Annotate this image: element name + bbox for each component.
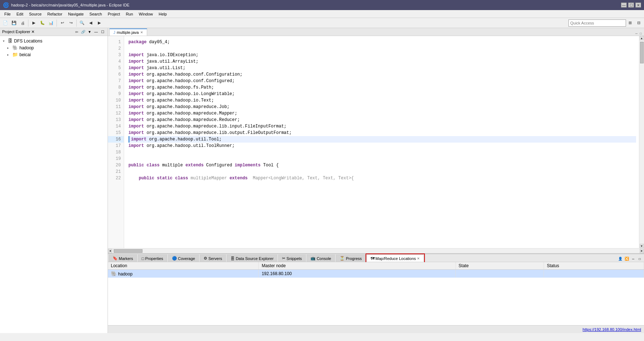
editor-tab-controls: — ☐ [633,31,644,36]
line-num-13: 13 [108,117,124,123]
profile-button[interactable]: 📊 [47,19,55,27]
toolbar: 📄 💾 🖨 ▶ 🐛 📊 ↩ ↪ 🔍 ◀ ▶ ⊞ ⊟ [0,18,644,28]
snippets-icon: ✂ [282,256,285,261]
tab-console[interactable]: 📺 Console [307,255,335,262]
horizontal-scrollbar[interactable]: ◀ ▶ [108,248,644,253]
tab-coverage[interactable]: 🔵 Coverage [168,255,199,262]
code-line-19 [128,156,636,162]
menu-run[interactable]: Run [123,11,136,17]
cell-state [455,270,544,278]
debug-button[interactable]: 🐛 [38,19,46,27]
table-row[interactable]: 🐘 hadoop 192.168.80.100 [108,270,644,278]
tab-snippets[interactable]: ✂ Snippets [278,255,306,262]
tree-item-beicai-label: beicai [19,52,31,57]
code-line-5: import java.util.List; [128,65,636,71]
panel-menu-button[interactable]: ▼ [87,29,92,35]
scrollbar-thumb[interactable] [640,42,644,63]
forward-button[interactable]: ▶ [95,19,103,27]
code-line-22: public static class multipleMapper exten… [128,175,636,181]
minimize-button[interactable]: — [621,3,627,8]
progress-label: Progress [346,256,362,261]
search-button[interactable]: 🔍 [78,19,86,27]
panel-minimize-button[interactable]: — [93,29,99,35]
panel-maximize-button[interactable]: ☐ [100,29,105,35]
quick-access-input[interactable] [568,19,626,27]
editor-tab-close[interactable]: ✕ [140,31,143,34]
code-content[interactable]: package day05_4; import java.io.IOExcept… [124,36,639,248]
maximize-button[interactable]: ☐ [628,3,634,8]
menu-search[interactable]: Search [87,11,105,17]
hscroll-right-button[interactable]: ▶ [640,249,644,253]
code-line-17: import org.apache.hadoop.util.ToolRunner… [128,143,636,149]
link-editor-button[interactable]: 🔗 [80,29,86,35]
line-num-17: 17 [108,143,124,149]
tab-ctrl-maximize[interactable]: ☐ [639,31,643,36]
scroll-up-button[interactable]: ▲ [640,36,644,40]
collapse-all-button[interactable]: ⇦ [74,29,80,35]
bottom-new-button[interactable]: 👤 [617,256,623,262]
data-source-label: Data Source Explorer [236,256,273,261]
tree-item-dfs-locations[interactable]: ▾ 🗄 DFS Locations [0,37,108,44]
views-button[interactable]: ⊟ [635,19,643,27]
hscrollbar-thumb[interactable] [114,249,142,253]
status-bar: https://192.168.80.100/index.html [108,325,644,333]
coverage-icon: 🔵 [172,256,177,261]
menu-refactor[interactable]: Refactor [45,11,65,17]
redo-button[interactable]: ↪ [67,19,75,27]
servers-icon: ⚙ [204,256,207,261]
undo-button[interactable]: ↩ [58,19,66,27]
tab-servers[interactable]: ⚙ Servers [200,255,226,262]
map-reduce-table: Location Master node State Status 🐘 hado… [108,262,644,278]
toolbar-separator-3 [76,19,77,27]
bottom-minimize-button[interactable]: — [630,256,636,262]
perspectives-button[interactable]: ⊞ [626,19,634,27]
bottom-panel: 🔖 Markers □ Properties 🔵 Coverage ⚙ Serv… [108,253,644,325]
code-editor[interactable]: 1 2 3 4 5 6 7 8 9 10 11 12 13 14 15 16 1… [108,36,644,248]
tree-item-hadoop[interactable]: ▸ 🐘 hadoop [0,44,108,51]
editor-area: J multiple.java ✕ — ☐ 1 2 3 4 5 6 7 8 9 [108,28,644,333]
scroll-down-button[interactable]: ▼ [640,244,644,248]
tree-item-hadoop-label: hadoop [19,45,34,50]
console-icon: 📺 [310,256,316,261]
tab-markers[interactable]: 🔖 Markers [109,255,137,262]
menu-edit[interactable]: Edit [14,11,26,17]
code-line-3: import java.io.IOException; [128,52,636,58]
editor-tab-multiple-java[interactable]: J multiple.java ✕ [109,28,147,36]
tab-progress[interactable]: ⏳ Progress [336,255,366,262]
code-line-21 [128,169,636,175]
col-state: State [455,262,544,270]
tab-properties[interactable]: □ Properties [138,255,167,262]
hscroll-left-button[interactable]: ◀ [108,249,112,253]
editor-scrollbar[interactable]: ▲ ▼ [639,36,644,248]
save-button[interactable]: 💾 [10,19,18,27]
line-num-10: 10 [108,97,124,104]
menu-navigate[interactable]: Navigate [65,11,86,17]
menu-help[interactable]: Help [156,11,170,17]
tab-map-reduce-locations[interactable]: 🗺 Map/Reduce Locations ✕ [367,255,424,262]
menu-window[interactable]: Window [136,11,156,17]
close-button[interactable]: ✕ [635,3,641,8]
new-button[interactable]: 📄 [1,19,9,27]
menu-project[interactable]: Project [105,11,123,17]
run-button[interactable]: ▶ [30,19,38,27]
back-button[interactable]: ◀ [87,19,95,27]
line-num-7: 7 [108,78,124,84]
bottom-share-button[interactable]: 🔀 [624,256,630,262]
snippets-label: Snippets [286,256,302,261]
status-url[interactable]: https://192.168.80.100/index.html [582,327,641,332]
line-num-11: 11 [108,104,124,110]
print-button[interactable]: 🖨 [19,19,27,27]
menu-file[interactable]: File [1,11,14,17]
app-icon: 🌀 [3,2,9,8]
tree-expand-hadoop-icon: ▸ [7,46,11,50]
bottom-maximize-button[interactable]: ☐ [637,256,643,262]
map-reduce-tab-close[interactable]: ✕ [417,257,420,260]
tab-data-source[interactable]: 🗄 Data Source Explorer [227,255,277,262]
tab-ctrl-minimize[interactable]: — [635,32,638,36]
map-reduce-label: Map/Reduce Locations [376,256,416,261]
hscrollbar-track[interactable] [112,249,640,253]
menu-source[interactable]: Source [26,11,45,17]
scrollbar-track[interactable] [640,40,644,244]
project-explorer-title: Project Explorer ✕ [2,30,72,34]
tree-item-beicai[interactable]: ▸ 📁 beicai [0,51,108,58]
